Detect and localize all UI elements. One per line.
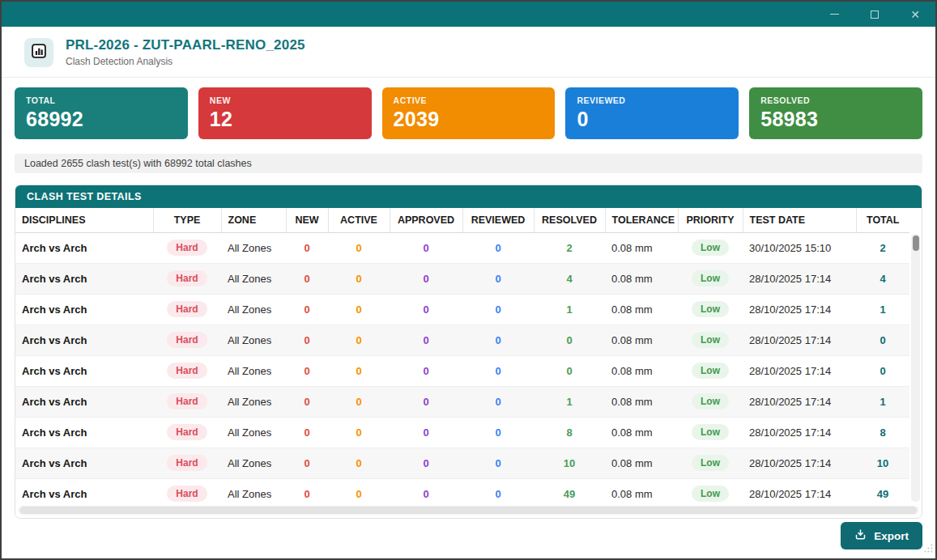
table-row[interactable]: Arch vs Arch Hard All Zones 0 0 0 0 1 0.… — [15, 294, 909, 325]
column-header[interactable]: NEW — [286, 208, 328, 232]
cell-approved: 0 — [390, 478, 462, 504]
cell-total: 49 — [856, 478, 909, 504]
table-row[interactable]: Arch vs Arch Hard All Zones 0 0 0 0 8 0.… — [15, 417, 909, 448]
cell-zone: All Zones — [221, 417, 286, 448]
priority-badge: Low — [692, 486, 729, 502]
cell-disciplines: Arch vs Arch — [15, 232, 153, 263]
table-row[interactable]: Arch vs Arch Hard All Zones 0 0 0 0 0 0.… — [15, 325, 909, 355]
priority-badge: Low — [692, 393, 729, 409]
stat-card-label: REVIEWED — [577, 95, 727, 105]
table-row[interactable]: Arch vs Arch Hard All Zones 0 0 0 0 10 0… — [15, 448, 909, 478]
cell-type: Hard — [153, 417, 221, 448]
vertical-scrollbar[interactable] — [911, 234, 920, 502]
resize-grip[interactable] — [923, 542, 934, 557]
table-container: DISCIPLINES TYPE ZONE NEW ACTIVE APPROVE… — [15, 208, 922, 504]
cell-approved: 0 — [390, 448, 462, 478]
cell-priority: Low — [678, 232, 743, 263]
type-badge: Hard — [167, 424, 207, 440]
cell-disciplines: Arch vs Arch — [15, 355, 153, 386]
cell-test-date: 30/10/2025 15:10 — [743, 232, 856, 263]
clash-test-panel: CLASH TEST DETAILS DISCIPLINES TYPE ZONE… — [15, 185, 922, 519]
cell-new: 0 — [286, 232, 328, 263]
column-header[interactable]: PRIORITY — [678, 208, 743, 232]
cell-approved: 0 — [390, 417, 462, 448]
header-text: PRL-2026 - ZUT-PAARL-RENO_2025 Clash Det… — [66, 37, 305, 67]
cell-new: 0 — [286, 448, 328, 478]
stat-card: TOTAL 68992 — [15, 87, 188, 139]
column-header[interactable]: ACTIVE — [328, 208, 390, 232]
cell-disciplines: Arch vs Arch — [15, 448, 153, 478]
column-header[interactable]: RESOLVED — [534, 208, 605, 232]
cell-new: 0 — [286, 355, 328, 386]
cell-zone: All Zones — [221, 386, 286, 417]
column-header[interactable]: ZONE — [221, 208, 286, 232]
table-row[interactable]: Arch vs Arch Hard All Zones 0 0 0 0 49 0… — [15, 478, 909, 504]
cell-zone: All Zones — [221, 478, 286, 504]
column-header[interactable]: TOLERANCE — [605, 208, 678, 232]
cell-new: 0 — [286, 478, 328, 504]
horizontal-scrollbar-thumb[interactable] — [20, 507, 917, 514]
cell-active: 0 — [328, 478, 390, 504]
cell-reviewed: 0 — [462, 417, 534, 448]
cell-new: 0 — [286, 386, 328, 417]
cell-disciplines: Arch vs Arch — [15, 294, 153, 325]
cell-reviewed: 0 — [462, 325, 534, 355]
cell-reviewed: 0 — [462, 478, 534, 504]
cell-approved: 0 — [390, 325, 462, 355]
horizontal-scrollbar[interactable] — [19, 506, 918, 515]
stat-card-value: 0 — [577, 108, 727, 131]
vertical-scrollbar-thumb[interactable] — [913, 235, 919, 251]
column-header[interactable]: TEST DATE — [743, 208, 856, 232]
clash-test-table: DISCIPLINES TYPE ZONE NEW ACTIVE APPROVE… — [15, 208, 909, 504]
stat-card-value: 12 — [210, 108, 360, 131]
cell-test-date: 28/10/2025 17:14 — [743, 263, 856, 294]
page-title: PRL-2026 - ZUT-PAARL-RENO_2025 — [66, 37, 305, 53]
cell-active: 0 — [328, 263, 390, 294]
cell-test-date: 28/10/2025 17:14 — [743, 294, 856, 325]
table-row[interactable]: Arch vs Arch Hard All Zones 0 0 0 0 4 0.… — [15, 263, 909, 294]
cell-test-date: 28/10/2025 17:14 — [743, 325, 856, 355]
stat-card: NEW 12 — [198, 87, 372, 139]
minimize-button[interactable] — [822, 5, 846, 24]
column-header[interactable]: TYPE — [153, 208, 221, 232]
column-header[interactable]: REVIEWED — [462, 208, 534, 232]
column-header[interactable]: TOTAL — [856, 208, 909, 232]
cell-priority: Low — [678, 263, 743, 294]
cell-disciplines: Arch vs Arch — [15, 386, 153, 417]
close-button[interactable]: ✕ — [903, 5, 927, 24]
export-button[interactable]: Export — [841, 522, 922, 549]
cell-type: Hard — [153, 355, 221, 386]
table-row[interactable]: Arch vs Arch Hard All Zones 0 0 0 0 2 0.… — [15, 232, 909, 263]
type-badge: Hard — [167, 455, 207, 471]
stat-card: RESOLVED 58983 — [749, 87, 922, 139]
column-header[interactable]: DISCIPLINES — [15, 208, 153, 232]
stat-card-label: RESOLVED — [760, 95, 911, 105]
stat-card-label: NEW — [210, 95, 360, 105]
cell-tolerance: 0.08 mm — [605, 325, 678, 355]
cell-reviewed: 0 — [462, 232, 534, 263]
cell-approved: 0 — [390, 263, 462, 294]
cell-type: Hard — [153, 478, 221, 504]
cell-type: Hard — [153, 325, 221, 355]
priority-badge: Low — [692, 270, 729, 286]
cell-new: 0 — [286, 263, 328, 294]
cell-disciplines: Arch vs Arch — [15, 417, 153, 448]
cell-zone: All Zones — [221, 448, 286, 478]
cell-new: 0 — [286, 325, 328, 355]
cell-total: 4 — [856, 263, 909, 294]
cell-disciplines: Arch vs Arch — [15, 263, 153, 294]
titlebar: ✕ — [2, 2, 935, 27]
cell-total: 2 — [856, 232, 909, 263]
minimize-icon — [830, 14, 839, 15]
cell-type: Hard — [153, 232, 221, 263]
maximize-button[interactable] — [862, 5, 887, 24]
column-header[interactable]: APPROVED — [390, 208, 462, 232]
cell-active: 0 — [328, 386, 390, 417]
cell-test-date: 28/10/2025 17:14 — [743, 355, 856, 386]
cell-total: 0 — [856, 355, 909, 386]
page-subtitle: Clash Detection Analysis — [66, 56, 305, 67]
table-row[interactable]: Arch vs Arch Hard All Zones 0 0 0 0 1 0.… — [15, 386, 909, 417]
cell-priority: Low — [678, 448, 743, 478]
stat-card-label: ACTIVE — [394, 95, 544, 105]
table-row[interactable]: Arch vs Arch Hard All Zones 0 0 0 0 0 0.… — [15, 355, 909, 386]
